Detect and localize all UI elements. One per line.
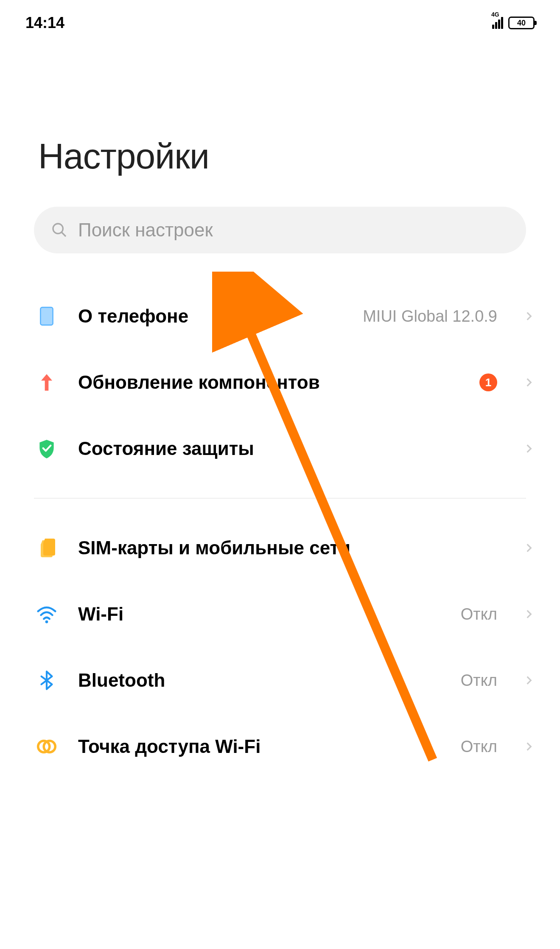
- shield-icon: [34, 436, 59, 461]
- row-label: Обновление компонентов: [78, 372, 461, 393]
- search-input[interactable]: Поиск настроек: [34, 207, 526, 253]
- row-label: О телефоне: [78, 306, 344, 327]
- svg-rect-2: [40, 307, 53, 325]
- chevron-right-icon: [524, 542, 535, 553]
- notification-badge: 1: [479, 373, 497, 391]
- sim-icon: [34, 535, 59, 561]
- row-security-status[interactable]: Состояние защиты: [0, 416, 560, 482]
- search-icon: [51, 222, 68, 239]
- wifi-icon: [34, 601, 59, 627]
- battery-icon: 40: [508, 17, 535, 29]
- chevron-right-icon: [524, 377, 535, 388]
- svg-point-0: [53, 224, 63, 233]
- chevron-right-icon: [524, 443, 535, 454]
- signal-icon: 4G: [492, 17, 503, 29]
- chevron-right-icon: [524, 741, 535, 752]
- chevron-right-icon: [524, 609, 535, 620]
- row-sim-networks[interactable]: SIM-карты и мобильные сети: [0, 515, 560, 581]
- row-value: MIUI Global 12.0.9: [363, 307, 497, 326]
- status-time: 14:14: [25, 14, 64, 32]
- row-component-updates[interactable]: Обновление компонентов 1: [0, 349, 560, 416]
- phone-icon: [34, 303, 59, 329]
- row-label: Wi-Fi: [78, 604, 442, 625]
- row-wifi[interactable]: Wi-Fi Откл: [0, 581, 560, 647]
- row-bluetooth[interactable]: Bluetooth Откл: [0, 647, 560, 713]
- row-label: Точка доступа Wi-Fi: [78, 736, 442, 757]
- row-value: Откл: [461, 605, 497, 623]
- row-label: Bluetooth: [78, 670, 442, 691]
- row-hotspot[interactable]: Точка доступа Wi-Fi Откл: [0, 713, 560, 780]
- row-value: Откл: [461, 671, 497, 690]
- settings-list: О телефоне MIUI Global 12.0.9 Обновление…: [0, 270, 560, 780]
- divider: [34, 498, 526, 499]
- update-icon: [34, 370, 59, 395]
- row-label: SIM-карты и мобильные сети: [78, 537, 505, 559]
- hotspot-icon: [34, 734, 59, 759]
- status-bar: 14:14 4G 40: [0, 0, 560, 38]
- status-indicators: 4G 40: [492, 17, 535, 29]
- svg-line-1: [62, 232, 66, 236]
- row-label: Состояние защиты: [78, 438, 505, 459]
- row-about-phone[interactable]: О телефоне MIUI Global 12.0.9: [0, 283, 560, 349]
- chevron-right-icon: [524, 311, 535, 322]
- bluetooth-icon: [34, 668, 59, 693]
- search-placeholder: Поиск настроек: [78, 219, 213, 241]
- svg-point-3: [45, 620, 48, 623]
- row-value: Откл: [461, 738, 497, 756]
- page-title: Настройки: [0, 38, 560, 202]
- chevron-right-icon: [524, 675, 535, 686]
